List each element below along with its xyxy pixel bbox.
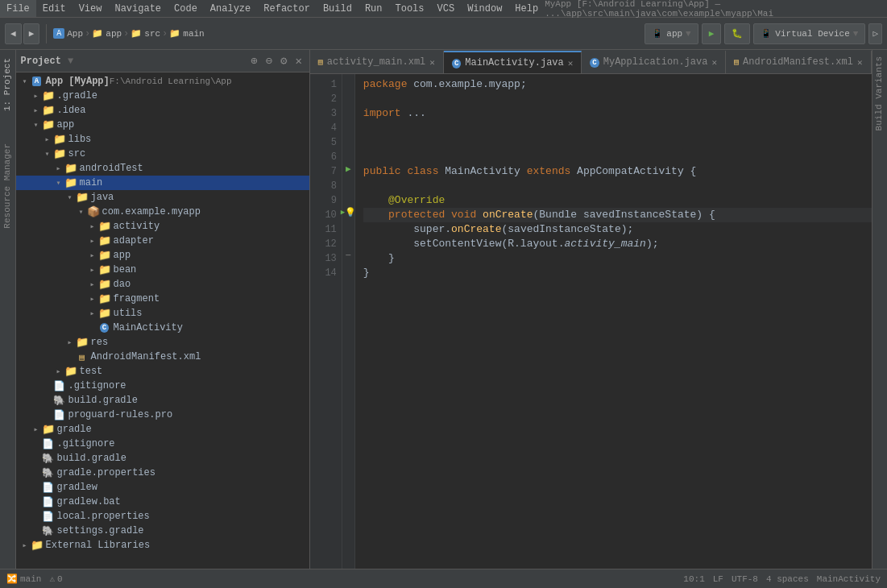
tree-item-AndroidManifest[interactable]: ▤AndroidManifest.xml — [16, 350, 309, 364]
status-warnings[interactable]: ⚠0 — [49, 574, 62, 584]
tree-arrow-res[interactable]: ▸ — [64, 337, 76, 347]
tree-item-src[interactable]: ▾📁src — [16, 147, 309, 161]
tree-arrow-test[interactable]: ▸ — [53, 366, 64, 376]
breadcrumb-src[interactable]: 📁 src — [131, 28, 160, 39]
tree-item-build-gradle-root[interactable]: 🐘build.gradle — [16, 451, 309, 466]
tree-arrow-src[interactable]: ▾ — [42, 149, 53, 159]
tree-item-gitignore-app[interactable]: 📄.gitignore — [16, 379, 309, 393]
panel-collapse-btn[interactable]: ⊖ — [263, 54, 275, 68]
editor-tab-AndroidManifest[interactable]: ▤AndroidManifest.xml✕ — [726, 51, 871, 73]
tree-item-fragment[interactable]: ▸📁fragment — [16, 292, 309, 306]
tree-arrow-gradle-root[interactable]: ▸ — [31, 424, 42, 434]
tree-arrow-dao[interactable]: ▸ — [87, 280, 98, 289]
menu-tools[interactable]: Tools — [389, 0, 431, 17]
code-line-11[interactable]: super.onCreate(savedInstanceState); — [363, 222, 872, 237]
tree-item-app[interactable]: ▾📁app — [16, 118, 309, 132]
breadcrumb-app[interactable]: 📁 app — [92, 28, 122, 39]
project-tab[interactable]: 1: Project — [1, 50, 14, 119]
tree-arrow-app-pkg[interactable]: ▸ — [87, 251, 98, 260]
breadcrumb-app-icon[interactable]: A App — [53, 28, 83, 39]
run-button[interactable]: ▶ — [702, 23, 722, 44]
menu-file[interactable]: File — [0, 0, 36, 17]
tree-arrow-bean[interactable]: ▸ — [87, 265, 98, 275]
tree-arrow-gradle-app[interactable]: ▸ — [31, 91, 42, 101]
tree-item-local-props[interactable]: 📄local.properties — [16, 509, 309, 524]
menu-build[interactable]: Build — [317, 0, 359, 17]
editor-tab-activity_main[interactable]: ▤activity_main.xml✕ — [310, 51, 444, 73]
tree-item-java[interactable]: ▾📁java — [16, 190, 309, 205]
tree-item-adapter[interactable]: ▸📁adapter — [16, 234, 309, 248]
tree-item-settings-gradle[interactable]: 🐘settings.gradle — [16, 524, 309, 538]
status-indent[interactable]: 4 spaces — [766, 574, 809, 584]
editor-tab-MainActivity[interactable]: CMainActivity.java✕ — [444, 51, 582, 73]
menu-edit[interactable]: Edit — [36, 0, 73, 17]
tree-arrow-androidTest[interactable]: ▸ — [53, 164, 64, 173]
build-variants-tab[interactable]: Build Variants — [872, 50, 888, 137]
tab-close-MyApplication[interactable]: ✕ — [711, 57, 717, 68]
menu-view[interactable]: View — [73, 0, 109, 17]
tree-arrow-com.example.myapp[interactable]: ▾ — [76, 207, 87, 217]
tree-item-dao[interactable]: ▸📁dao — [16, 277, 309, 292]
code-line-9[interactable]: @Override — [363, 193, 872, 208]
back-button[interactable]: ◀ — [5, 23, 22, 44]
tree-item-activity[interactable]: ▸📁activity — [16, 219, 309, 234]
tree-arrow-idea[interactable]: ▸ — [31, 106, 42, 115]
code-line-5[interactable] — [363, 135, 872, 150]
tree-arrow-libs[interactable]: ▸ — [42, 135, 53, 144]
code-line-1[interactable]: package com.example.myapp; — [363, 77, 872, 92]
tree-item-MainActivity[interactable]: CMainActivity — [16, 321, 309, 335]
breadcrumb-main[interactable]: 📁 main — [169, 28, 204, 39]
tree-item-gradle-root[interactable]: ▸📁gradle — [16, 422, 309, 437]
status-encoding[interactable]: UTF-8 — [732, 574, 758, 584]
fold-close-13[interactable]: ─ — [346, 251, 350, 260]
code-line-3[interactable]: import ... — [363, 106, 872, 121]
panel-scope-btn[interactable]: ⊕ — [248, 54, 259, 68]
code-content[interactable]: package com.example.myapp; import ... pu… — [355, 74, 872, 569]
menu-refactor[interactable]: Refactor — [257, 0, 317, 17]
tree-arrow-main[interactable]: ▾ — [53, 178, 64, 188]
menu-navigate[interactable]: Navigate — [108, 0, 168, 17]
tree-item-gradlew[interactable]: 📄gradlew — [16, 480, 309, 495]
tree-item-idea[interactable]: ▸📁.idea — [16, 103, 309, 118]
code-line-12[interactable]: setContentView(R.layout.activity_main); — [363, 237, 872, 251]
tree-item-main[interactable]: ▾📁main — [16, 176, 309, 190]
code-line-13[interactable]: } — [363, 251, 872, 266]
panel-close-btn[interactable]: ✕ — [292, 54, 304, 68]
tree-item-com.example.myapp[interactable]: ▾📦com.example.myapp — [16, 205, 309, 219]
tree-arrow-activity[interactable]: ▸ — [87, 222, 98, 231]
tab-close-MainActivity[interactable]: ✕ — [568, 58, 574, 68]
panel-settings-btn[interactable]: ⚙ — [278, 54, 289, 68]
tree-item-gradlew-bat[interactable]: 📄gradlew.bat — [16, 495, 309, 509]
tree-item-app-pkg[interactable]: ▸📁app — [16, 248, 309, 263]
status-git[interactable]: 🔀main — [6, 574, 41, 584]
tree-arrow-ext-libs[interactable]: ▸ — [19, 540, 31, 550]
tree-item-gradle-app[interactable]: ▸📁.gradle — [16, 89, 309, 103]
tree-arrow-app-myapp[interactable]: ▾ — [19, 77, 31, 86]
tree-item-ext-libs[interactable]: ▸📁External Libraries — [16, 538, 309, 553]
editor-tab-MyApplication[interactable]: CMyApplication.java✕ — [582, 51, 726, 73]
tree-item-res[interactable]: ▸📁res — [16, 335, 309, 350]
tree-arrow-utils[interactable]: ▸ — [87, 308, 98, 318]
menu-code[interactable]: Code — [168, 0, 204, 17]
status-lf[interactable]: LF — [713, 574, 723, 584]
menu-window[interactable]: Window — [461, 0, 508, 17]
device-dropdown[interactable]: 📱 Virtual Device ▼ — [753, 23, 865, 44]
code-line-7[interactable]: public class MainActivity extends AppCom… — [363, 164, 872, 179]
code-line-4[interactable] — [363, 121, 872, 135]
menu-help[interactable]: Help — [508, 0, 545, 17]
tree-item-utils[interactable]: ▸📁utils — [16, 306, 309, 321]
tree-item-libs[interactable]: ▸📁libs — [16, 132, 309, 147]
tree-item-app-myapp[interactable]: ▾AApp [MyApp] F:\Android Learning\App — [16, 74, 309, 89]
menu-run[interactable]: Run — [359, 0, 389, 17]
tree-arrow-adapter[interactable]: ▸ — [87, 236, 98, 246]
avd-button[interactable]: ▷ — [868, 23, 882, 44]
code-line-14[interactable]: } — [363, 266, 872, 280]
code-line-2[interactable] — [363, 92, 872, 106]
run-config-dropdown[interactable]: 📱 app ▼ — [645, 23, 698, 44]
tree-arrow-fragment[interactable]: ▸ — [87, 294, 98, 304]
code-line-6[interactable] — [363, 150, 872, 164]
forward-button[interactable]: ▶ — [23, 23, 40, 44]
menu-analyze[interactable]: Analyze — [204, 0, 257, 17]
tree-arrow-java[interactable]: ▾ — [64, 193, 76, 202]
tree-item-test[interactable]: ▸📁test — [16, 364, 309, 379]
